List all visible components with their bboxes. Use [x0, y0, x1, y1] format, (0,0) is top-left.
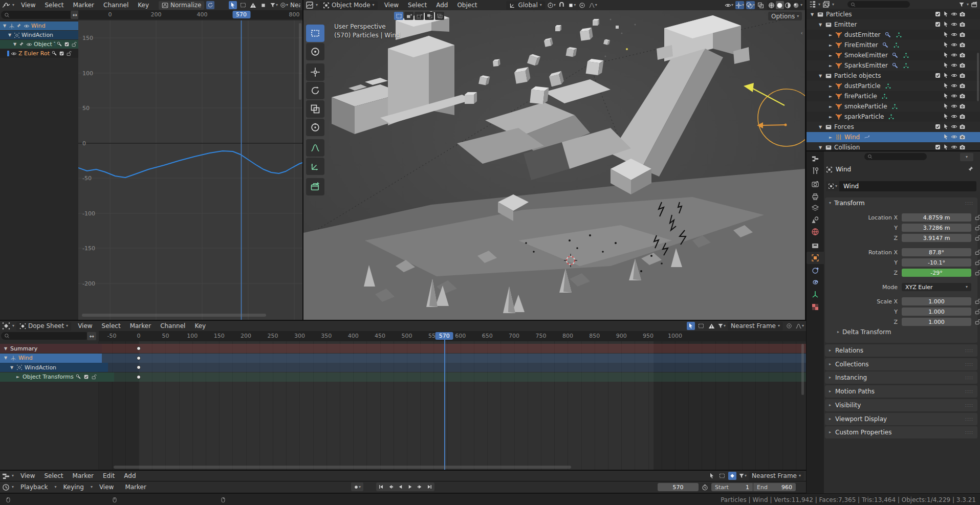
selectable-toggle[interactable] [943, 82, 949, 89]
preview-range-icon[interactable] [702, 484, 708, 491]
transform-value-field[interactable]: 87.8° [902, 248, 971, 256]
hide-viewport-toggle[interactable] [951, 62, 957, 69]
warning-button[interactable] [707, 322, 715, 330]
select-mode-subtract[interactable] [415, 12, 424, 20]
selectable-toggle[interactable] [943, 93, 949, 99]
keyframe-dot[interactable] [137, 346, 141, 350]
tool-scale[interactable] [306, 100, 324, 118]
selectable-toggle[interactable] [943, 113, 949, 120]
tab-world[interactable] [807, 226, 824, 238]
snap-toggle[interactable] [558, 1, 566, 9]
show-keyframes-toggle[interactable] [728, 472, 736, 480]
properties-editor-type-dropdown[interactable] [807, 152, 824, 165]
transform-value-field[interactable]: -10.1° [902, 258, 971, 267]
keyframe-canvas[interactable] [99, 341, 806, 470]
disable-render-toggle[interactable] [959, 62, 966, 69]
disable-render-toggle[interactable] [959, 123, 966, 130]
outliner-row-sparkparticle[interactable]: ►sparkParticle [807, 112, 980, 122]
dope-keyframe-area[interactable]: ▼Summary▼Wind▼WindAction►Object Transfor… [0, 341, 806, 470]
dope-ruler[interactable]: -500501001502002503003504004505005506006… [99, 331, 806, 341]
select-mode-extend[interactable] [404, 12, 413, 20]
tab-texture[interactable] [807, 301, 824, 313]
panel-grip[interactable]: :::: [965, 389, 973, 394]
play-reverse-button[interactable] [396, 482, 405, 491]
panel-grip[interactable]: :::: [965, 201, 973, 206]
channel-label[interactable]: Z Euler Rotation [18, 50, 50, 57]
disclosure-arrow[interactable]: ► [828, 115, 833, 119]
transform-value-field[interactable]: XYZ Euler▾ [902, 283, 971, 291]
transform-value-field[interactable]: 4.8759 m [902, 213, 971, 222]
dope-hscrollbar[interactable] [114, 466, 571, 469]
outliner-item-label[interactable]: FireEmitter [844, 41, 878, 49]
outliner-row-particles[interactable]: ▼Particles [807, 9, 980, 19]
graph-channel-wind[interactable]: ▼Wind [0, 21, 80, 30]
dope-editor-type-icon[interactable] [2, 322, 10, 330]
tool-annotate[interactable] [306, 139, 324, 157]
current-frame-field[interactable]: 570 [658, 483, 699, 491]
panel-grip[interactable]: :::: [965, 375, 973, 380]
outliner-item-label[interactable]: Particles [826, 11, 852, 18]
selectable-toggle[interactable] [943, 41, 949, 48]
menu-edit[interactable]: Edit [98, 472, 119, 479]
outliner-item-label[interactable]: Particle objects [834, 72, 881, 79]
disable-render-toggle[interactable] [959, 93, 966, 99]
disable-render-toggle[interactable] [959, 31, 966, 38]
disclosure-arrow[interactable]: ▼ [818, 125, 823, 129]
transform-value-field[interactable]: 1.000 [902, 297, 971, 305]
shading-rendered-button[interactable] [792, 1, 800, 9]
menu-marker[interactable]: Marker [125, 322, 156, 330]
graph-vscrollbar[interactable] [299, 23, 301, 100]
panel-collections[interactable]: ▸Collections:::: [825, 358, 977, 370]
hide-viewport-toggle[interactable] [951, 82, 957, 89]
tool-move[interactable] [306, 63, 324, 81]
dope-channel-object-transforms[interactable]: ►Object Transforms [0, 372, 114, 382]
dope-channel-wind[interactable]: ▼Wind [0, 354, 102, 363]
delta-transform-panel[interactable]: ▸Delta Transform [837, 328, 891, 336]
tool-rotate[interactable] [306, 82, 324, 99]
panel-custom-properties[interactable]: ▸Custom Properties:::: [825, 426, 977, 438]
graph-channel-z-euler-rotation[interactable]: Z Euler Rotation [0, 49, 85, 58]
exclude-checkbox[interactable] [934, 11, 941, 17]
selectable-toggle[interactable] [943, 123, 949, 130]
lock-icon[interactable] [974, 214, 980, 221]
show-overlays-toggle[interactable]: ▾ [746, 1, 755, 9]
snap-target-dropdown[interactable]: ▾ [568, 1, 576, 9]
next-keyframe-button[interactable] [415, 482, 425, 491]
show-object-types-dropdown[interactable]: ▾ [725, 1, 733, 9]
play-button[interactable] [405, 482, 415, 491]
pin-icon[interactable] [968, 166, 974, 172]
outliner-row-dustemitter[interactable]: ►dustEmitter [807, 30, 980, 40]
outliner-item-label[interactable]: Forces [834, 123, 854, 130]
dope-channel-summary[interactable]: ▼Summary [0, 344, 102, 353]
snap-dropdown-clipped[interactable]: Nearest Frame [290, 2, 300, 9]
disclosure-arrow[interactable]: ▼ [3, 346, 8, 351]
hide-viewport-toggle[interactable] [951, 31, 957, 38]
outliner-row-emitter[interactable]: ▼Emitter [807, 19, 980, 30]
panel-viewport-display[interactable]: ▸Viewport Display:::: [825, 413, 977, 425]
select-mode-invert[interactable] [425, 12, 434, 20]
tab-constraints[interactable] [807, 265, 824, 277]
disclosure-arrow[interactable]: ► [828, 33, 833, 37]
outliner-item-label[interactable]: Collision [834, 144, 860, 150]
dope-channel-search[interactable] [1, 332, 89, 340]
outliner-row-forces[interactable]: ▼Forces [807, 122, 980, 132]
outliner-item-label[interactable]: sparkParticle [844, 113, 884, 120]
panel-motion-paths[interactable]: ▸Motion Paths:::: [825, 385, 977, 398]
normalize-range-button[interactable] [259, 1, 268, 9]
keyframe-dot[interactable] [137, 365, 141, 369]
filter-dropdown[interactable]: ▾ [717, 322, 726, 330]
channel-label[interactable]: Object Transforms [23, 374, 74, 380]
filter-dropdown[interactable]: ▾ [738, 472, 747, 480]
disclosure-arrow[interactable]: ► [828, 94, 833, 99]
menu-key[interactable]: Key [190, 322, 210, 330]
selectable-toggle[interactable] [943, 134, 949, 140]
outliner-row-sparksemitter[interactable]: ►SparksEmitter [807, 60, 980, 71]
lock-icon[interactable] [974, 249, 980, 255]
expand-width-button[interactable]: ↔ [87, 332, 96, 340]
panel-collapse-arrow[interactable]: ▾ [829, 201, 831, 205]
graph-channel-windaction[interactable]: ▼WindAction [0, 31, 85, 39]
frame-end-field[interactable]: End960 [753, 483, 796, 491]
outliner-item-label[interactable]: fireParticle [844, 93, 877, 100]
channel-label[interactable]: WindAction [21, 32, 53, 38]
panel-grip[interactable]: :::: [965, 348, 973, 353]
